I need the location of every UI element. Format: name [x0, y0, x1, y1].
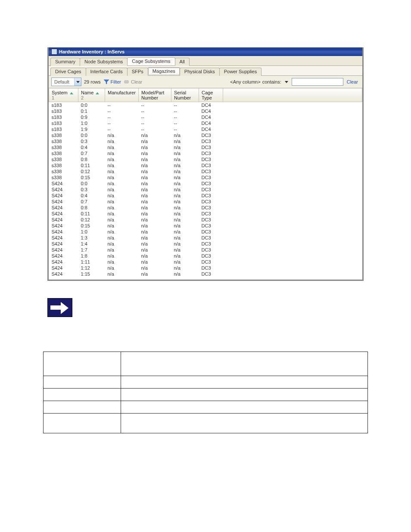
cell: -- — [139, 108, 171, 114]
tab-interface-cards[interactable]: Interface Cards — [86, 68, 128, 76]
table-row[interactable]: s3380:11n/an/an/aDC3 — [49, 162, 362, 168]
tab-cage-subsystems[interactable]: Cage Subsystems — [127, 57, 175, 65]
cell: -- — [105, 126, 139, 132]
table-row[interactable]: S4241:7n/an/an/aDC3 — [49, 247, 362, 253]
table-row[interactable]: S4240:4n/an/an/aDC3 — [49, 193, 362, 199]
cell: -- — [105, 102, 139, 109]
table-row[interactable]: s3380:12n/an/an/aDC3 — [49, 168, 362, 174]
cell: 0:11 — [78, 211, 105, 217]
cell: -- — [139, 126, 171, 132]
desc-value — [121, 389, 368, 401]
tab-magazines[interactable]: Magazines — [148, 67, 180, 75]
table-row[interactable]: s3380:8n/an/an/aDC3 — [49, 156, 362, 162]
table-row[interactable]: S4240:11n/an/an/aDC3 — [49, 211, 362, 217]
cell: 0:11 — [78, 162, 105, 168]
table-row[interactable]: S4240:3n/an/an/aDC3 — [49, 187, 362, 193]
table-row[interactable]: S4241:15n/an/an/aDC3 — [49, 271, 362, 277]
table-row[interactable]: S4240:8n/an/an/aDC3 — [49, 205, 362, 211]
cell: 0:8 — [78, 156, 105, 162]
cell: 1:12 — [78, 265, 105, 271]
tab-node-subsystems[interactable]: Node Subsystems — [80, 58, 128, 66]
cell: -- — [171, 114, 199, 120]
table-row[interactable]: s1830:9------DC4 — [49, 114, 362, 120]
cell: s338 — [49, 138, 78, 144]
cell: S424 — [49, 271, 78, 277]
column-header-spacer — [223, 89, 362, 102]
cell: S424 — [49, 223, 78, 229]
cell: 1:15 — [78, 271, 105, 277]
cell: 1:4 — [78, 241, 105, 247]
cell: n/a — [139, 223, 171, 229]
table-row[interactable]: s1830:0------DC4 — [49, 102, 362, 109]
filter-button[interactable]: Filter — [103, 79, 121, 84]
filter-input[interactable] — [292, 78, 343, 86]
column-header-model-part-number[interactable]: Model/Part Number — [139, 89, 171, 102]
svg-rect-0 — [125, 81, 128, 83]
table-row[interactable]: s3380:15n/an/an/aDC3 — [49, 174, 362, 180]
table-row[interactable]: s3380:3n/an/an/aDC3 — [49, 138, 362, 144]
cell: n/a — [105, 138, 139, 144]
column-header-serial-number[interactable]: Serial Number — [171, 89, 199, 102]
table-row[interactable]: S4241:12n/an/an/aDC3 — [49, 265, 362, 271]
column-header-system[interactable]: System 1 — [49, 89, 78, 102]
cell: n/a — [139, 156, 171, 162]
table-row[interactable]: s1831:0------DC4 — [49, 120, 362, 126]
table-row[interactable]: S4240:15n/an/an/aDC3 — [49, 223, 362, 229]
table-row[interactable]: S4241:3n/an/an/aDC3 — [49, 235, 362, 241]
cell: n/a — [171, 271, 199, 277]
cell: S424 — [49, 229, 78, 235]
cell: n/a — [105, 144, 139, 150]
tab-drive-cages[interactable]: Drive Cages — [50, 68, 86, 76]
filter-scope-label[interactable]: <Any column> — [230, 79, 260, 84]
table-row[interactable]: S4241:4n/an/an/aDC3 — [49, 241, 362, 247]
chevron-down-icon[interactable] — [285, 81, 288, 83]
column-header-cage-type[interactable]: Cage Type — [199, 89, 223, 102]
cell: n/a — [105, 162, 139, 168]
cell: S424 — [49, 265, 78, 271]
cell: DC3 — [199, 193, 223, 199]
cell: s338 — [49, 168, 78, 174]
desc-value — [121, 414, 368, 433]
cell: s338 — [49, 150, 78, 156]
cell: n/a — [105, 235, 139, 241]
table-row[interactable]: S4241:11n/an/an/aDC3 — [49, 259, 362, 265]
cell: n/a — [171, 217, 199, 223]
clear-filter-button[interactable]: Clear — [124, 79, 142, 84]
table-row[interactable]: S4241:0n/an/an/aDC3 — [49, 229, 362, 235]
cell: n/a — [139, 180, 171, 187]
cell: n/a — [105, 217, 139, 223]
tab-power-supplies[interactable]: Power Supplies — [219, 68, 262, 76]
cell: n/a — [139, 217, 171, 223]
cell: n/a — [139, 211, 171, 217]
table-row[interactable]: S4240:12n/an/an/aDC3 — [49, 217, 362, 223]
cell: n/a — [105, 150, 139, 156]
column-header-manufacturer[interactable]: Manufacturer — [105, 89, 139, 102]
cell: n/a — [171, 187, 199, 193]
cell: DC3 — [199, 187, 223, 193]
cell: S424 — [49, 211, 78, 217]
cell: S424 — [49, 199, 78, 205]
cell: n/a — [139, 193, 171, 199]
table-row[interactable]: S4241:8n/an/an/aDC3 — [49, 253, 362, 259]
table-row[interactable]: s1830:1------DC4 — [49, 108, 362, 114]
cell: S424 — [49, 247, 78, 253]
cell: -- — [105, 114, 139, 120]
table-row[interactable]: S4240:0n/an/an/aDC3 — [49, 180, 362, 187]
cell: n/a — [105, 223, 139, 229]
table-row[interactable]: s1831:9------DC4 — [49, 126, 362, 132]
table-row[interactable]: s3380:4n/an/an/aDC3 — [49, 144, 362, 150]
tab-physical-disks[interactable]: Physical Disks — [180, 68, 220, 76]
tab-all[interactable]: All — [175, 58, 190, 66]
column-header-name[interactable]: Name 2 — [78, 89, 105, 102]
view-dropdown[interactable]: Default — [51, 78, 81, 86]
table-row[interactable]: S4240:7n/an/an/aDC3 — [49, 199, 362, 205]
cell: n/a — [171, 265, 199, 271]
cell: DC3 — [199, 241, 223, 247]
clear-link[interactable]: Clear — [345, 79, 360, 84]
cell: -- — [171, 120, 199, 126]
tab-sfps[interactable]: SFPs — [127, 68, 148, 76]
cell: n/a — [139, 144, 171, 150]
tab-summary[interactable]: Summary — [50, 58, 80, 66]
table-row[interactable]: s3380:0n/an/an/aDC3 — [49, 132, 362, 138]
table-row[interactable]: s3380:7n/an/an/aDC3 — [49, 150, 362, 156]
